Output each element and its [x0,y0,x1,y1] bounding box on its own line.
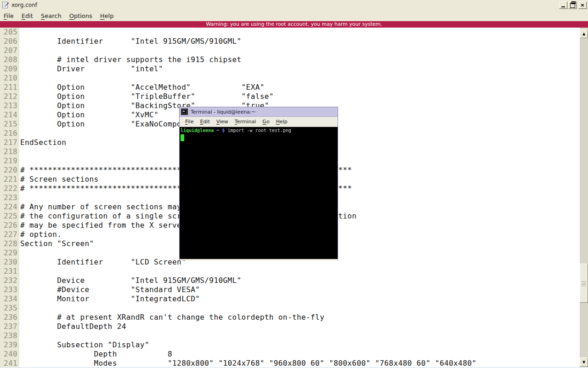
line-number: 208 [0,55,19,64]
terminal-menu-help[interactable]: Help [276,119,288,125]
terminal-menu-view[interactable]: View [216,119,228,125]
maximize-button[interactable] [568,1,577,9]
line-text[interactable]: # at present XRandR can't change the col… [19,313,324,322]
line-text[interactable]: Monitor "IntegratedLCD" [19,294,200,304]
line-number: 239 [0,340,19,350]
scroll-down-button[interactable]: ▼ [580,357,588,367]
line-text[interactable]: Device "Intel 915GM/GMS/910GML" [19,276,242,285]
line-number: 226 [0,221,19,230]
line-number: 231 [0,267,19,276]
terminal-menu-file[interactable]: File [185,119,193,125]
line-text[interactable]: # Screen sections [19,175,99,184]
code-line: 235 [0,304,580,313]
thumb-grip-icon [582,282,586,287]
terminal-title: Terminal - liquid@leena:~ [191,109,256,115]
line-number: 207 [0,46,19,55]
line-text[interactable]: Section "Screen" [19,239,94,248]
line-text[interactable]: Subsection "Display" [19,340,149,350]
line-number: 236 [0,313,19,322]
line-text[interactable]: #Device "Standard VESA" [19,285,200,294]
scrollbar-thumb[interactable] [580,264,588,303]
line-text[interactable]: # intel driver supports the i915 chipset [19,55,242,64]
editor-menubar: FileEditSearchOptionsHelp [0,10,588,21]
line-number: 205 [0,28,19,37]
line-text[interactable]: Depth 8 [19,350,172,359]
terminal-menu-go[interactable]: Go [262,119,269,125]
line-text[interactable]: Identifier "LCD Screen" [19,258,186,267]
root-warning-banner: Warning: you are using the root account,… [0,21,588,28]
line-number: 218 [0,147,19,156]
line-number: 216 [0,129,19,138]
menu-options[interactable]: Options [69,12,92,19]
line-number: 233 [0,285,19,294]
close-button[interactable]: ✕ [578,1,587,9]
line-number: 210 [0,74,19,83]
menu-edit[interactable]: Edit [22,12,33,19]
code-line: 241 Modes "588x368" "1024x768" "960x800… [0,359,580,368]
code-line: 208 # intel driver supports the i915 chi… [0,55,580,64]
vertical-scrollbar[interactable]: ▲ ▼ [580,28,588,368]
line-text[interactable]: DefaultDepth 24 [19,322,126,331]
scroll-up-icon: ▲ [582,32,585,36]
line-text[interactable] [19,74,20,83]
line-text[interactable] [19,129,20,138]
line-text[interactable]: Identifier "Intel 915GM/GMS/910GML" [19,37,242,46]
line-text[interactable] [19,193,20,202]
line-number: 220 [0,166,19,175]
line-number: 225 [0,212,19,221]
minimize-button[interactable] [559,1,567,9]
line-text[interactable]: Option "TripleBuffer" "false" [19,92,274,101]
terminal-cursor [181,134,184,141]
menu-help[interactable]: Help [100,12,114,19]
terminal-menubar: FileEditViewTerminalGoHelp [180,117,338,127]
scroll-up-button[interactable]: ▲ [580,29,588,38]
line-text[interactable] [19,304,20,313]
line-number: 214 [0,110,19,120]
line-number: 238 [0,331,19,340]
code-line: 211 Option "AccelMethod" "EXA" [0,83,580,92]
line-text[interactable]: EndSection [19,138,66,147]
line-text[interactable]: Modes "588x368" "1024x768" "960x800 60"… [19,359,476,368]
line-text[interactable]: Driver "intel" [19,64,163,74]
close-icon: ✕ [581,3,584,7]
code-line: 207 [0,46,580,55]
line-number: 241 [0,359,19,368]
line-text[interactable]: Option "AccelMethod" "EXA" [19,83,265,92]
minimize-icon [561,6,565,7]
line-text[interactable] [19,28,20,37]
menu-search[interactable]: Search [41,12,62,19]
terminal-icon [181,109,188,115]
terminal-menu-terminal[interactable]: Terminal [235,119,256,125]
line-text[interactable]: # option. [19,230,62,239]
line-text[interactable] [19,46,20,55]
code-line: 239 Subsection "Display" [0,340,580,350]
line-number: 212 [0,92,19,101]
code-line: 237 DefaultDepth 24 [0,322,580,331]
code-line: 232 Device "Intel 915GM/GMS/910GML" [0,276,580,285]
prompt-command-text: import -w root test.png [227,128,291,133]
line-number: 237 [0,322,19,331]
line-text[interactable] [19,267,20,276]
code-line: 240 Depth 8 [0,350,580,359]
terminal-titlebar[interactable]: Terminal - liquid@leena:~ [180,107,338,117]
terminal-window[interactable]: Terminal - liquid@leena:~ FileEditViewTe… [179,107,338,260]
line-text[interactable] [19,147,20,156]
line-number: 209 [0,64,19,74]
code-line: 238 [0,331,580,340]
line-text[interactable] [19,248,20,258]
terminal-menu-edit[interactable]: Edit [200,119,209,125]
window-controls: ✕ [558,1,587,9]
scroll-down-icon: ▼ [582,360,585,364]
editor-titlebar[interactable]: xorg.conf ✕ [0,0,588,11]
line-number: 215 [0,120,19,129]
code-line: 233 #Device "Standard VESA" [0,285,580,294]
editor-app-icon [2,1,9,9]
terminal-screen[interactable]: liquid@leena ~ $ import -w root test.png [180,127,338,259]
terminal-bottom-strip [180,259,338,260]
line-text[interactable] [19,156,20,166]
code-line: 212 Option "TripleBuffer" "false" [0,92,580,101]
line-number: 213 [0,101,19,110]
line-text[interactable] [19,331,20,340]
maximize-icon [570,3,575,8]
menu-file[interactable]: File [4,12,14,19]
